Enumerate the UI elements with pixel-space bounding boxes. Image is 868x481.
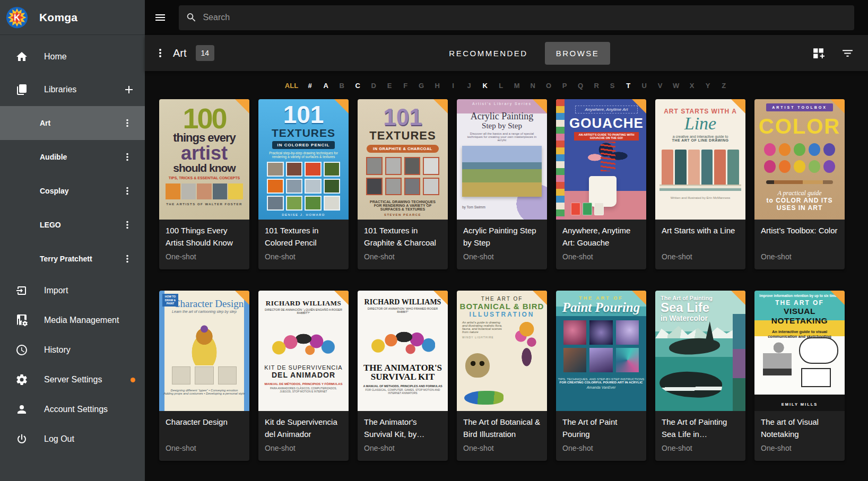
cover-art [181,319,227,365]
letter-filter[interactable]: T [620,82,636,90]
menu-button[interactable] [154,11,167,24]
sidebar-item-server-settings[interactable]: Server Settings [0,365,145,395]
book-card[interactable]: The Art of PaintingSea Lifein Watercolor… [655,291,745,461]
add-library-button[interactable] [123,83,135,96]
sidebar-item-history[interactable]: History [0,335,145,365]
sidebar-library-item[interactable]: Audible [0,140,145,174]
book-card[interactable]: Improve information retention by up to s… [754,291,845,461]
sidebar-library-item[interactable]: Art [0,106,145,140]
letter-filter: N [525,82,541,90]
unread-badge [830,291,845,305]
book-title: Kit de Supervivencia del Animador [265,416,342,440]
cover-art-cell [563,348,586,372]
filter-icon[interactable] [841,47,854,60]
series-count-badge: 14 [196,45,215,61]
letter-filter: V [652,82,668,90]
cover-art [764,160,835,173]
book-card[interactable]: Artist's Library SeriesAcrylic PaintingS… [457,99,547,269]
letter-filter: W [668,82,684,90]
cover-art [464,391,504,405]
sidebar-item-libraries[interactable]: Libraries [0,73,145,106]
cover-art-cell [594,203,604,215]
cover-art: to COLOR AND ITS USES IN ART [763,197,836,212]
book-cover: Anywhere, Anytime ArtGOUACHEAN ARTIST'S … [556,99,646,220]
cover-art [669,336,721,356]
cover-art: artist [159,145,249,162]
book-format: One-shot [761,444,838,452]
cover-art: THE ART OF LINE DRAWING [655,138,745,142]
cover-art [655,325,733,338]
cover-art [766,180,833,184]
search-input[interactable] [203,13,847,22]
library-item-menu-button[interactable] [121,185,133,197]
dots-vertical-icon [154,47,167,59]
letter-filter: I [445,82,461,90]
book-card[interactable]: RICHARD WILLIAMSDIRECTOR DE ANIMACIÓN “¿… [258,291,349,461]
sidebar-nav: Home Libraries Art Audible Cosplay LEGO … [0,35,145,454]
tab-recommended[interactable]: RECOMMENDED [446,43,531,63]
book-card[interactable]: HOW TO DRAW & PAINTCharacter DesignLearn… [159,291,249,461]
letter-filter[interactable]: ALL [281,82,302,90]
sidebar-item-log-out[interactable]: Log Out [0,424,145,454]
sidebar-item-label: Home [44,52,135,62]
library-item-menu-button[interactable] [121,219,133,231]
letter-filter: S [604,82,620,90]
book-info: Anywhere, Anytime Art: Gouache One-shot [556,220,646,269]
book-card[interactable]: THE ART OFBOTANICAL & BIRDILLUSTRATIONAn… [457,291,547,461]
book-info: Art Starts with a Line One-shot [655,220,745,269]
letter-filter[interactable]: # [302,82,318,90]
cover-art: SURVIVAL KIT [358,372,448,382]
book-card[interactable]: THE ART OFPaint PouringTIPS, TECHNIQUES,… [556,291,646,461]
letter-filter: U [636,82,652,90]
cover-art-cell [404,157,421,175]
library-item-menu-button[interactable] [121,117,133,129]
letter-filter[interactable]: C [350,82,366,90]
search-bar[interactable] [179,5,854,30]
edit-layout-icon[interactable] [812,47,825,60]
cover-art: Anywhere, Anytime Art [575,106,638,113]
sidebar-item-home[interactable]: Home [0,40,145,73]
book-card[interactable]: ARTIST TOOLBOXCOLORA practical guideto C… [754,99,845,269]
letter-filter[interactable]: A [318,82,334,90]
cover-art-cell [662,150,673,185]
book-format: One-shot [265,444,342,452]
cover-art-cell [172,366,190,384]
sidebar-item-label: Libraries [44,85,123,94]
sidebar-library-item[interactable]: Terry Pratchett [0,242,145,276]
cover-art [764,143,835,156]
letter-filter: P [557,82,572,90]
cover-art-cell [213,183,228,199]
letter-filter[interactable]: K [477,82,493,90]
sidebar-library-item[interactable]: LEGO [0,208,145,242]
sidebar-item-import[interactable]: Import [0,276,145,305]
home-icon [15,50,28,63]
library-item-menu-button[interactable] [121,253,133,265]
book-card[interactable]: RICHARD WILLIAMSDIRECTOR OF ANIMATION “W… [358,291,448,461]
sidebar-library-item[interactable]: Cosplay [0,174,145,208]
book-card[interactable]: ART STARTS WITH ALinea creative and inte… [655,99,745,269]
series-grid: 100things everyartistshould knowTIPS, TR… [145,92,868,461]
cover-art: STEVEN PEARCE [358,213,448,216]
book-card[interactable]: 101TEXTURESIN GRAPHITE & CHARCOALPRACTIC… [358,99,448,269]
letter-filter: J [461,82,477,90]
book-card[interactable]: Anywhere, Anytime ArtGOUACHEAN ARTIST'S … [556,99,646,269]
book-info: 100 Things Every Artist Should Know One-… [159,220,249,269]
dots-vertical-icon [121,117,133,129]
letter-filter: F [397,82,413,90]
cover-art [465,353,490,378]
cover-art-cell [589,348,612,372]
book-card[interactable]: 101TEXTURESIN COLORED PENCILPractical st… [258,99,349,269]
sidebar-item-account-settings[interactable]: Account Settings [0,395,145,424]
library-menu-button[interactable] [154,47,167,59]
sidebar-item-label: Media Management [44,316,135,325]
book-format: One-shot [166,444,243,452]
tab-browse[interactable]: BROWSE [545,42,611,65]
library-item-menu-button[interactable] [121,151,133,163]
cover-art-cell [714,150,726,185]
cover-art: Amanda VanEver [556,386,646,389]
book-card[interactable]: 100things everyartistshould knowTIPS, TR… [159,99,249,269]
unread-badge [632,291,646,305]
book-format: One-shot [662,252,739,261]
app-title: Komga [39,11,77,24]
sidebar-item-media-management[interactable]: Media Management [0,305,145,335]
